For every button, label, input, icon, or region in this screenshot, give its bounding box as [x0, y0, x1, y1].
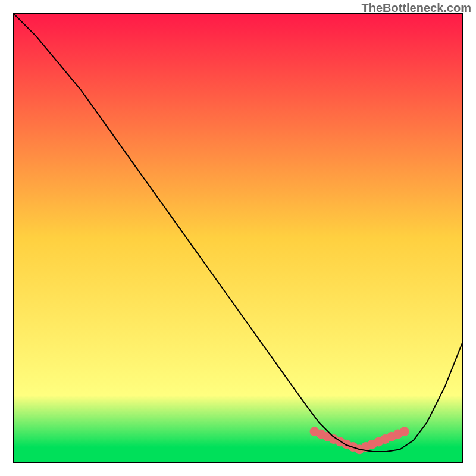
chart-area	[13, 13, 463, 463]
gradient-background	[13, 13, 463, 463]
chart-svg	[13, 13, 463, 463]
optimal-marker-dot	[400, 427, 409, 436]
